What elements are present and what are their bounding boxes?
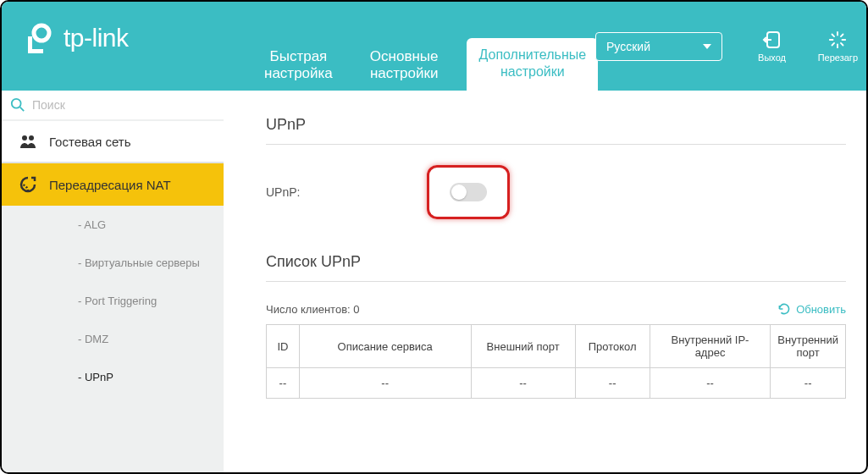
svg-point-0 xyxy=(34,25,49,41)
svg-line-11 xyxy=(841,34,843,36)
language-value: Русский xyxy=(606,40,650,53)
svg-point-14 xyxy=(22,135,27,141)
sidebar-sub-port-triggering[interactable]: - Port Triggering xyxy=(2,282,224,320)
svg-line-10 xyxy=(832,42,835,45)
sidebar: Гостевая сеть Переадресация NAT - ALG - … xyxy=(2,91,224,472)
svg-line-13 xyxy=(20,107,25,112)
brand-text: tp-link xyxy=(64,24,129,52)
svg-point-12 xyxy=(12,99,21,108)
sidebar-sub-dmz[interactable]: - DMZ xyxy=(2,320,224,358)
upnp-table: ID Описание сервиса Внешний порт Протоко… xyxy=(266,324,846,399)
sidebar-item-guest-network[interactable]: Гостевая сеть xyxy=(2,121,224,163)
section-title-upnp-list: Список UPnP xyxy=(266,253,846,282)
refresh-icon xyxy=(777,302,791,316)
col-protocol: Протокол xyxy=(575,325,650,368)
section-title-upnp: UPnP xyxy=(266,116,846,145)
tab-basic[interactable]: Основные настройки xyxy=(362,41,447,91)
tab-advanced[interactable]: Дополнительные настройки xyxy=(467,38,598,91)
col-desc: Описание сервиса xyxy=(299,325,471,368)
guest-network-icon xyxy=(17,134,39,149)
logout-icon xyxy=(762,30,782,49)
sidebar-sub-alg[interactable]: - ALG xyxy=(2,206,224,244)
main-content: UPnP UPnP: Список UPnP Число клиентов: 0… xyxy=(224,91,866,472)
upnp-toggle[interactable] xyxy=(450,183,487,201)
refresh-button[interactable]: Обновить xyxy=(777,302,846,316)
col-id: ID xyxy=(267,325,300,368)
upnp-label: UPnP: xyxy=(266,185,427,199)
header: tp-link Быстрая настройка Основные настр… xyxy=(2,2,866,91)
sidebar-item-label: Переадресация NAT xyxy=(49,178,171,192)
top-tabs: Быстрая настройка Основные настройки Доп… xyxy=(256,38,598,91)
col-internal-ip: Внутренний IP-адрес xyxy=(650,325,771,368)
col-ext-port: Внешний порт xyxy=(471,325,575,368)
chevron-down-icon xyxy=(703,44,711,49)
brand-logo: tp-link xyxy=(23,21,129,55)
svg-line-8 xyxy=(832,34,835,36)
upnp-toggle-highlight xyxy=(427,165,510,219)
svg-rect-2 xyxy=(28,49,43,53)
svg-point-15 xyxy=(29,135,34,141)
sidebar-item-nat-forwarding[interactable]: Переадресация NAT xyxy=(2,163,224,206)
search-input[interactable] xyxy=(32,98,215,112)
table-row: -- -- -- -- -- -- xyxy=(267,368,846,399)
svg-line-9 xyxy=(841,42,843,45)
sidebar-item-label: Гостевая сеть xyxy=(49,135,130,149)
reboot-button[interactable]: Перезагр xyxy=(818,30,858,63)
sidebar-sub-virtual-servers[interactable]: - Виртуальные серверы xyxy=(2,244,224,282)
logout-button[interactable]: Выход xyxy=(758,30,786,63)
upnp-field-row: UPnP: xyxy=(266,165,846,219)
nat-icon xyxy=(17,176,39,193)
logo-icon xyxy=(23,21,57,55)
toggle-knob xyxy=(451,185,467,200)
search-icon xyxy=(10,97,25,113)
spinner-icon xyxy=(827,30,848,49)
language-select[interactable]: Русский xyxy=(595,32,722,61)
clients-count: Число клиентов: 0 xyxy=(266,303,360,316)
tab-quick-setup[interactable]: Быстрая настройка xyxy=(256,41,341,91)
search-box[interactable] xyxy=(2,91,224,121)
sidebar-sub-upnp[interactable]: - UPnP xyxy=(2,358,224,396)
col-internal-port: Внутренний порт xyxy=(771,325,846,368)
